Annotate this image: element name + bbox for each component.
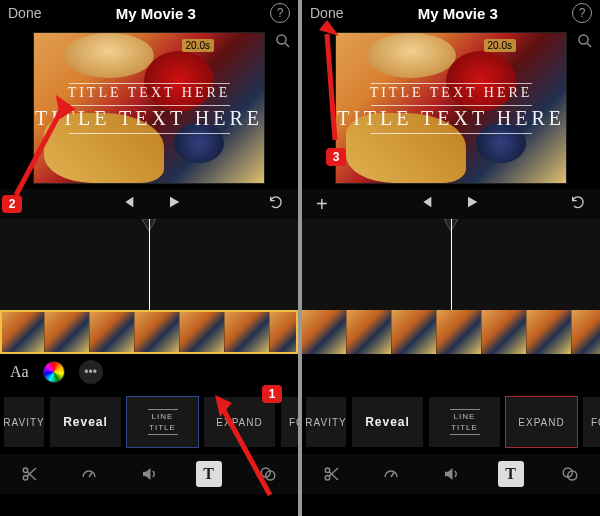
volume-icon[interactable] <box>136 461 162 487</box>
title-styles-row[interactable]: RAVITY Reveal LINETITLE EXPAND FOC <box>0 390 298 454</box>
speedometer-icon[interactable] <box>76 461 102 487</box>
font-button[interactable]: Aa <box>10 363 29 381</box>
more-options-button[interactable]: ••• <box>79 360 103 384</box>
style-gravity[interactable]: RAVITY <box>4 397 44 447</box>
clip-strip[interactable] <box>302 310 600 354</box>
style-focus[interactable]: FOC <box>583 397 600 447</box>
playback-bar <box>0 189 298 219</box>
preview-frame: 20.0s TITLE TEXT HERE TITLE TEXT HERE <box>34 33 264 183</box>
playback-bar: + <box>302 189 600 219</box>
style-line-title[interactable]: LINETITLE <box>429 397 500 447</box>
done-button[interactable]: Done <box>8 5 41 21</box>
titles-tab[interactable]: T <box>498 461 524 487</box>
filters-icon[interactable] <box>255 461 281 487</box>
bottom-tab-bar: T <box>302 454 600 494</box>
filters-icon[interactable] <box>557 461 583 487</box>
svg-line-7 <box>89 473 92 478</box>
play-icon[interactable] <box>166 194 182 214</box>
bottom-tab-bar: T <box>0 454 298 494</box>
phone-right: Done My Movie 3 ? 20.0s TITLE TEXT HERE … <box>302 0 600 516</box>
volume-icon[interactable] <box>438 461 464 487</box>
project-title: My Movie 3 <box>116 5 196 22</box>
play-icon[interactable] <box>464 194 480 214</box>
clip-duration: 20.0s <box>182 39 214 52</box>
timeline[interactable] <box>0 219 298 354</box>
scissors-icon[interactable] <box>319 461 345 487</box>
top-bar: Done My Movie 3 ? <box>0 0 298 26</box>
svg-point-10 <box>579 35 588 44</box>
svg-line-1 <box>285 43 289 47</box>
project-title: My Movie 3 <box>418 5 498 22</box>
style-expand[interactable]: EXPAND <box>204 397 275 447</box>
text-tools-row: Aa ••• <box>0 354 298 390</box>
zoom-icon[interactable] <box>274 32 292 54</box>
add-media-button[interactable]: + <box>316 193 328 216</box>
title-text-small[interactable]: TITLE TEXT HERE <box>336 85 566 101</box>
undo-icon[interactable] <box>570 194 586 214</box>
preview-frame: 20.0s TITLE TEXT HERE TITLE TEXT HERE <box>336 33 566 183</box>
skip-start-icon[interactable] <box>120 194 136 214</box>
help-icon[interactable]: ? <box>270 3 290 23</box>
svg-line-11 <box>587 43 591 47</box>
done-button[interactable]: Done <box>310 5 343 21</box>
video-preview[interactable]: 20.0s TITLE TEXT HERE TITLE TEXT HERE <box>302 26 600 189</box>
style-expand[interactable]: EXPAND <box>506 397 577 447</box>
svg-line-17 <box>391 473 394 478</box>
title-styles-row[interactable]: RAVITY Reveal LINETITLE EXPAND FOC <box>302 390 600 454</box>
title-text-large[interactable]: TITLE TEXT HERE <box>336 107 566 130</box>
scissors-icon[interactable] <box>17 461 43 487</box>
clip-duration: 20.0s <box>484 39 516 52</box>
title-text-large[interactable]: TITLE TEXT HERE <box>34 107 264 130</box>
titles-tab[interactable]: T <box>196 461 222 487</box>
top-bar: Done My Movie 3 ? <box>302 0 600 26</box>
style-reveal[interactable]: Reveal <box>352 397 423 447</box>
style-focus[interactable]: FOC <box>281 397 298 447</box>
style-gravity[interactable]: RAVITY <box>306 397 346 447</box>
undo-icon[interactable] <box>268 194 284 214</box>
svg-point-0 <box>277 35 286 44</box>
help-icon[interactable]: ? <box>572 3 592 23</box>
phone-left: Done My Movie 3 ? 20.0s TITLE TEXT HERE … <box>0 0 298 516</box>
zoom-icon[interactable] <box>576 32 594 54</box>
skip-start-icon[interactable] <box>418 194 434 214</box>
color-picker-icon[interactable] <box>43 361 65 383</box>
clip-strip[interactable] <box>0 310 298 354</box>
speedometer-icon[interactable] <box>378 461 404 487</box>
style-reveal[interactable]: Reveal <box>50 397 121 447</box>
video-preview[interactable]: 20.0s TITLE TEXT HERE TITLE TEXT HERE <box>0 26 298 189</box>
timeline[interactable] <box>302 219 600 354</box>
style-line-title[interactable]: LINETITLE <box>127 397 198 447</box>
title-text-small[interactable]: TITLE TEXT HERE <box>34 85 264 101</box>
